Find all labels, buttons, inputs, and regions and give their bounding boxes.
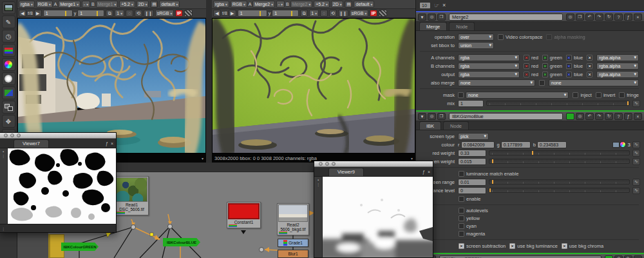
gamma-field[interactable]: 1	[272, 10, 299, 17]
lut-dropdown[interactable]: default▾	[159, 1, 180, 8]
channels-dropdown[interactable]: rgba▾	[213, 1, 229, 8]
layer-dropdown[interactable]: RGB▾	[36, 1, 53, 8]
invert-checkbox[interactable]	[596, 92, 601, 98]
blue-checkbox[interactable]	[566, 72, 572, 77]
viewer9-window[interactable]: Viewer9 ƒ × ▪⋮	[314, 161, 433, 258]
viewer2-image[interactable]	[212, 18, 415, 154]
view-mode-dropdown[interactable]: 2D▾	[331, 1, 344, 8]
node-read1[interactable]: Read1 DSC_5606.tif	[115, 176, 149, 215]
blend-dropdown[interactable]: -▾	[82, 1, 90, 8]
tab-viewer7[interactable]: Viewer7	[14, 139, 49, 148]
b-channels-dropdown[interactable]: rgba▾	[458, 63, 520, 70]
cyan-checkbox[interactable]	[459, 223, 464, 229]
node-ibkcolour-blue[interactable]: IBKColourBLUE	[163, 238, 200, 246]
screen-range-field[interactable]: 0.01	[458, 179, 486, 186]
pane-side-strip[interactable]: ▪⋮	[0, 148, 8, 224]
magenta-checkbox[interactable]	[459, 231, 464, 237]
script-icon[interactable]: ƒ	[624, 14, 632, 21]
hand-icon[interactable]: ☞	[434, 2, 439, 8]
help-icon[interactable]: ?	[614, 14, 623, 21]
screen-range-slider[interactable]	[489, 179, 630, 184]
b-input-dropdown[interactable]: Merge2▾	[290, 1, 313, 8]
redo-icon[interactable]: ↷	[624, 255, 632, 258]
slider-handle[interactable]	[627, 101, 629, 105]
blend-dropdown[interactable]: -▾	[276, 1, 285, 8]
curve-icon[interactable]: ∿	[632, 158, 640, 165]
node-title-field[interactable]: Merge2	[449, 14, 563, 21]
close-panel-icon[interactable]: ×	[634, 113, 642, 120]
slider-handle[interactable]	[492, 180, 493, 184]
curve-icon[interactable]: ∿	[632, 187, 640, 194]
close-panel-icon[interactable]: ×	[634, 14, 642, 21]
mask-dropdown[interactable]: none▾	[466, 92, 569, 99]
screen-subtraction-checkbox[interactable]	[459, 243, 464, 249]
slider-handle[interactable]	[489, 188, 491, 192]
inject-checkbox[interactable]	[573, 92, 578, 98]
window-zoom-icon[interactable]	[332, 162, 336, 166]
clear-all-icon[interactable]: ×	[442, 2, 446, 8]
pause-icon[interactable]: ❙❙	[338, 10, 348, 17]
colour-g-field[interactable]: 0.177899	[501, 141, 531, 148]
status-more-icon[interactable]: ⋮	[1, 226, 5, 231]
close-pane-icon[interactable]: ×	[428, 170, 430, 174]
colour-wheel-icon[interactable]	[620, 141, 626, 148]
curve-icon[interactable]: ∿	[632, 100, 640, 107]
draw-icon[interactable]: ✎	[2, 15, 15, 28]
proxy-icon[interactable]: ⧉	[300, 10, 308, 17]
roi-icon[interactable]: ◌	[126, 10, 133, 17]
color-icon[interactable]	[2, 58, 15, 71]
prev-aperture-icon[interactable]: ◀	[213, 10, 221, 17]
undo-icon[interactable]: ↶	[585, 14, 594, 21]
gain-stop-dropdown[interactable]: +5.2▾	[314, 1, 330, 8]
next-aperture-icon[interactable]: ▶	[229, 10, 236, 17]
luminance-match-checkbox[interactable]	[459, 171, 464, 177]
output-alpha-dropdown[interactable]: rgba.alpha▾	[596, 71, 639, 78]
float-panel-icon[interactable]: ❐	[437, 14, 446, 21]
pane-side-strip[interactable]: ▪⋮	[314, 177, 323, 257]
node-title-field[interactable]: IBKGizmoGREEN	[439, 255, 601, 258]
autolevels-checkbox[interactable]	[459, 208, 464, 213]
tab-node[interactable]: Node	[449, 22, 475, 30]
channels-dropdown[interactable]: rgba▾	[19, 1, 35, 8]
colour-b-field[interactable]: 0.234583	[537, 141, 567, 148]
lut-book-icon[interactable]: ▤	[345, 1, 352, 8]
tab-viewer9[interactable]: Viewer9	[328, 168, 364, 176]
use-bkg-luminance-checkbox[interactable]	[509, 243, 515, 249]
input-process-toggle[interactable]: IP	[175, 10, 183, 17]
colour-swatch[interactable]	[612, 142, 620, 148]
curve-icon[interactable]: ∿	[632, 179, 640, 186]
float-pane-icon[interactable]: ƒ	[422, 170, 425, 174]
node-color-swatch[interactable]	[566, 113, 574, 120]
slider-handle[interactable]	[492, 159, 493, 163]
viewer9-image[interactable]	[323, 177, 433, 257]
b-input-dropdown[interactable]: Merge1▾	[96, 1, 118, 8]
red-checkbox[interactable]	[524, 55, 529, 61]
checker-icon[interactable]	[379, 10, 387, 17]
keyer-icon[interactable]	[2, 86, 15, 99]
luminance-level-slider[interactable]	[489, 188, 630, 193]
window-titlebar[interactable]	[0, 133, 116, 139]
alpha-masking-checkbox[interactable]	[546, 34, 552, 40]
use-bkg-chroma-checkbox[interactable]	[562, 243, 567, 249]
close-panel-icon[interactable]: ×	[634, 255, 642, 258]
roi-icon[interactable]: ◌	[320, 10, 328, 17]
node-read2[interactable]: Read2 5606_bkgd.tif	[277, 203, 309, 235]
node-title-field[interactable]: IBKGizmoBlue	[449, 113, 563, 120]
undo-icon[interactable]: ↶	[585, 113, 594, 120]
red-weight-slider[interactable]	[489, 150, 630, 155]
video-colorspace-checkbox[interactable]	[498, 34, 504, 40]
a-channels-dropdown[interactable]: rgba▾	[458, 54, 520, 61]
image-icon[interactable]	[2, 1, 15, 14]
display-lut-dropdown[interactable]: sRGB▾	[350, 10, 368, 17]
window-minimize-icon[interactable]	[325, 162, 329, 166]
red-weight-field[interactable]: 0.33	[458, 150, 486, 157]
also-merge-dropdown[interactable]: none▾	[458, 79, 535, 86]
viewer7-window[interactable]: Viewer7 ƒ × ▪⋮	[0, 132, 117, 233]
tab-ibk[interactable]: IBK	[419, 121, 441, 130]
a-input-dropdown[interactable]: Merge2▾	[252, 1, 275, 8]
window-titlebar[interactable]	[314, 161, 433, 167]
fringe-checkbox[interactable]	[619, 92, 625, 98]
redo-icon[interactable]: ↷	[595, 14, 603, 21]
center-node-icon[interactable]: ◎	[428, 14, 436, 21]
luminance-level-field[interactable]: 0	[458, 187, 486, 194]
